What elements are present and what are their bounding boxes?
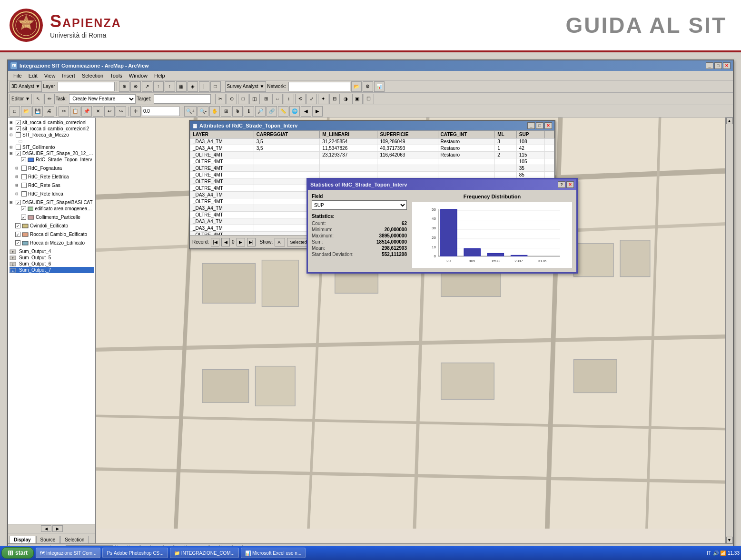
find-btn[interactable]: 🔎: [255, 106, 266, 117]
move-btn[interactable]: ✛: [130, 106, 141, 117]
edit-btn3[interactable]: □: [238, 94, 248, 104]
edit-btn6[interactable]: ↔: [272, 94, 283, 104]
identify-btn[interactable]: ℹ: [244, 106, 254, 117]
3d-analyst-dropdown[interactable]: 3D Analyst ▼: [10, 81, 42, 92]
tool-btn3[interactable]: ↗: [142, 81, 152, 92]
edit-btn11[interactable]: ⊟: [329, 94, 340, 104]
toc-item-12[interactable]: ⊟ D:\GUIDE_SIT_Shape\BASI CAT: [10, 199, 94, 206]
col-ml[interactable]: M_LIINEARI: [320, 131, 377, 138]
toc-item-21[interactable]: Σ Sum_Output_7: [10, 267, 94, 273]
edit-btn2[interactable]: ⊙: [227, 94, 237, 104]
taskbar-app-4[interactable]: 📊 Microsoft Excel uso n...: [241, 548, 306, 558]
net-btn1[interactable]: 📂: [351, 81, 362, 92]
restore-button[interactable]: □: [714, 62, 722, 69]
tool-btn4[interactable]: ↑: [153, 81, 164, 92]
globe-btn[interactable]: 🌐: [289, 106, 300, 117]
toc-scroll-left[interactable]: ◀: [41, 525, 51, 532]
close-button[interactable]: ✕: [723, 62, 731, 69]
edit-btn5[interactable]: ⊞: [261, 94, 271, 104]
toc-checkbox-11[interactable]: [21, 191, 27, 196]
tool-btn7[interactable]: ◈: [188, 81, 198, 92]
stats-window-controls[interactable]: ? ✕: [558, 181, 574, 188]
scroll-up-btn[interactable]: ▲: [726, 118, 733, 124]
select-features-btn[interactable]: 🖱: [232, 106, 243, 117]
toc-item-5[interactable]: ⊟ SIT_Collimento: [10, 144, 94, 150]
toc-item-18[interactable]: Σ Sum_Output_4: [10, 248, 94, 255]
toc-checkbox-15[interactable]: [15, 223, 20, 228]
delete-btn[interactable]: ✕: [93, 106, 103, 117]
menu-help[interactable]: Help: [151, 72, 168, 79]
toc-item-1[interactable]: ⊞ sit_rocca di cambio_correzioni: [10, 119, 94, 126]
record-next-btn[interactable]: ▶: [237, 238, 245, 246]
layer-input[interactable]: [58, 82, 115, 91]
tab-display[interactable]: Display: [10, 536, 35, 543]
net-btn3[interactable]: 📊: [374, 81, 385, 92]
target-input[interactable]: [154, 94, 211, 104]
toc-item-3[interactable]: ⊟ SIT_Rocca_di_Mezzo: [10, 132, 94, 138]
toc-checkbox-7[interactable]: [21, 157, 26, 162]
tool-btn5[interactable]: ↑: [165, 81, 175, 92]
paste-btn[interactable]: 📌: [81, 106, 92, 117]
print-btn[interactable]: 🖨: [44, 106, 54, 117]
attr-close-btn[interactable]: ✕: [544, 122, 552, 129]
toc-item-13[interactable]: edificato area omogenea_poly...: [10, 206, 94, 212]
edit-btn7[interactable]: ↕: [284, 94, 294, 104]
tool-btn6[interactable]: ▦: [176, 81, 187, 92]
toc-checkbox-2[interactable]: [16, 126, 21, 131]
edit-btn9[interactable]: ⤢: [306, 94, 317, 104]
vertical-scrollbar[interactable]: ▲ ▼: [725, 118, 733, 543]
tab-selection[interactable]: Selection: [60, 536, 89, 543]
toc-checkbox-9[interactable]: [21, 174, 27, 179]
save-btn[interactable]: 💾: [32, 106, 43, 117]
toc-item-15[interactable]: Ovindoli_Edificato: [10, 223, 94, 229]
toc-checkbox-12[interactable]: [16, 200, 21, 205]
taskbar-app-1[interactable]: 🗺 Integrazione SIT Com...: [36, 548, 100, 558]
new-btn[interactable]: □: [10, 106, 20, 117]
stats-field-select[interactable]: SUP: [312, 200, 407, 210]
record-prev-btn[interactable]: ◀: [221, 238, 230, 246]
toc-item-20[interactable]: Σ Sum_Output_6: [10, 261, 94, 267]
taskbar-app-3[interactable]: 📁 INTEGRAZIONE_COM...: [170, 548, 239, 558]
attributes-window-controls[interactable]: _ □ ✕: [527, 122, 552, 129]
show-all-btn[interactable]: All: [275, 238, 285, 246]
toc-item-4[interactable]: ▭: [10, 138, 94, 144]
menu-view[interactable]: View: [41, 72, 59, 79]
undo-btn[interactable]: ↩: [104, 106, 115, 117]
toc-checkbox-1[interactable]: [16, 120, 21, 125]
col-layer[interactable]: LAYER: [190, 131, 254, 138]
edit-btn14[interactable]: ☐: [364, 94, 374, 104]
toc-item-7[interactable]: RdC_Strade_Topon_Interv: [10, 157, 94, 163]
toc-item-17[interactable]: Rocca di Mezzo_Edificato: [10, 240, 94, 246]
scale-input[interactable]: [142, 107, 180, 116]
open-btn[interactable]: 📂: [21, 106, 31, 117]
col-extra[interactable]: [545, 131, 554, 138]
menu-edit[interactable]: Edit: [26, 72, 40, 79]
toc-checkbox-16[interactable]: [15, 232, 20, 237]
net-btn2[interactable]: ⚙: [363, 81, 373, 92]
edit-btn10[interactable]: ✦: [318, 94, 328, 104]
stats-help-btn[interactable]: ?: [558, 181, 565, 188]
task-select[interactable]: Create New Feature: [69, 94, 136, 104]
toc-item-6[interactable]: ⊟ D:\GUIDE_SIT_Shape_20_12_201...: [10, 150, 94, 157]
toc-item-16[interactable]: Rocca di Cambio_Edificato: [10, 231, 94, 237]
menu-tools[interactable]: Tools: [107, 72, 125, 79]
hyperlink-btn[interactable]: 🔗: [267, 106, 277, 117]
zoom-out-btn[interactable]: 🔍-: [198, 106, 208, 117]
menu-file[interactable]: File: [10, 72, 25, 79]
attr-restore-btn[interactable]: □: [536, 122, 543, 129]
toc-checkbox-14[interactable]: [21, 215, 26, 220]
back-btn[interactable]: ◀: [301, 106, 311, 117]
select-tool[interactable]: ✏: [44, 94, 55, 104]
toc-item-10[interactable]: ⊟ RdC_Rete Gas: [10, 182, 94, 188]
toc-checkbox-3[interactable]: [16, 132, 21, 138]
toc-item-11[interactable]: ⊟ RdC_Rete Idrica: [10, 191, 94, 197]
cursor-tool[interactable]: ↖: [33, 94, 43, 104]
toc-item-19[interactable]: Σ Sum_Output_5: [10, 255, 94, 261]
copy-btn[interactable]: 📋: [70, 106, 80, 117]
survey-analyst-dropdown[interactable]: Survey Analyst ▼: [225, 81, 267, 92]
menu-insert[interactable]: Insert: [59, 72, 78, 79]
toc-checkbox-17[interactable]: [15, 240, 20, 246]
editor-dropdown[interactable]: Editor ▼: [10, 94, 32, 104]
record-last-btn[interactable]: ▶|: [247, 238, 256, 246]
toc-item-8[interactable]: ⊟ RdC_Fognatura: [10, 165, 94, 171]
